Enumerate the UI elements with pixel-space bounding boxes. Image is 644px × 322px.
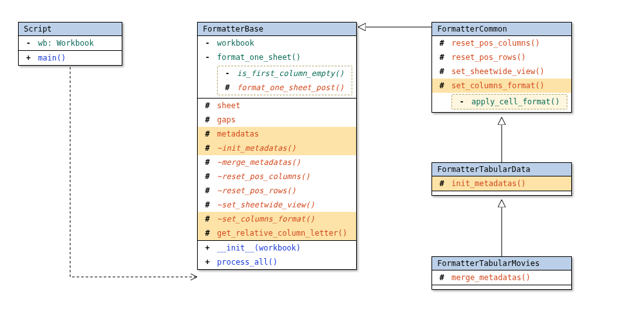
member-init-metadatas: # ~init_metadatas() bbox=[198, 141, 356, 155]
member-is-first-column-empty: - is_first_column_empty() bbox=[218, 66, 352, 80]
visibility-plus-icon: + bbox=[203, 242, 212, 254]
member-label: merge_metadatas() bbox=[451, 272, 566, 283]
visibility-hash-icon: # bbox=[437, 272, 446, 283]
member-merge-metadatas: # merge_metadatas() bbox=[432, 270, 571, 285]
member-label: reset_pos_columns() bbox=[451, 37, 566, 49]
member-reset-pos-columns: # ~reset_pos_columns() bbox=[198, 169, 356, 184]
member-label: apply_cell_format() bbox=[471, 96, 562, 108]
member-label: workbook bbox=[217, 37, 351, 49]
member-label: wb: Workbook bbox=[38, 37, 117, 49]
class-formatterbase: FormatterBase - workbook - format_one_sh… bbox=[197, 22, 357, 270]
member-label: get_relative_column_letter() bbox=[217, 227, 351, 239]
member-label: init_metadatas() bbox=[451, 178, 566, 189]
member-set-sheetwide-view: # set_sheetwide_view() bbox=[432, 64, 571, 79]
visibility-hash-icon: # bbox=[203, 128, 212, 140]
visibility-hash-icon: # bbox=[437, 178, 446, 189]
member-apply-cell-format: - apply_cell_format() bbox=[452, 95, 567, 109]
member-label: __init__(workbook) bbox=[217, 242, 351, 254]
visibility-hash-icon: # bbox=[223, 82, 232, 93]
member-reset-pos-rows: # reset_pos_rows() bbox=[432, 50, 571, 64]
member-init: + __init__(workbook) bbox=[198, 241, 356, 255]
member-label: ~init_metadatas() bbox=[217, 142, 351, 154]
member-label: ~merge_metadatas() bbox=[217, 156, 351, 168]
member-get-relative-column-letter: # get_relative_column_letter() bbox=[198, 226, 356, 240]
visibility-hash-icon: # bbox=[203, 156, 212, 168]
member-label: metadatas bbox=[217, 128, 351, 140]
class-title: FormatterBase bbox=[198, 23, 356, 36]
class-script: Script - wb: Workbook + main() bbox=[18, 22, 122, 66]
visibility-hash-icon: # bbox=[203, 171, 212, 182]
member-label: main() bbox=[38, 52, 117, 64]
class-formattertabulardata: FormatterTabularData # init_metadatas() bbox=[431, 162, 572, 196]
class-title: Script bbox=[19, 23, 122, 36]
member-label: format_one_sheet() bbox=[217, 52, 351, 63]
member-merge-metadatas: # ~merge_metadatas() bbox=[198, 155, 356, 169]
member-gaps: # gaps bbox=[198, 113, 356, 127]
member-format-one-sheet-post: # format_one_sheet_post() bbox=[218, 80, 352, 95]
inner-group-format-one-sheet: - is_first_column_empty() # format_one_s… bbox=[217, 66, 352, 95]
member-label: format_one_sheet_post() bbox=[237, 82, 346, 93]
member-label: ~reset_pos_columns() bbox=[217, 171, 351, 182]
member-workbook: - workbook bbox=[198, 36, 356, 50]
visibility-hash-icon: # bbox=[203, 199, 212, 211]
member-label: ~set_columns_format() bbox=[217, 213, 351, 225]
member-label: process_all() bbox=[217, 256, 351, 268]
dependency-script-to-formatterbase bbox=[70, 67, 197, 277]
member-process-all: + process_all() bbox=[198, 255, 356, 269]
member-label: gaps bbox=[217, 114, 351, 126]
visibility-minus-icon: - bbox=[203, 37, 212, 49]
visibility-plus-icon: + bbox=[24, 52, 33, 64]
class-formattertabularmovies: FormatterTabularMovies # merge_metadatas… bbox=[431, 256, 572, 290]
member-set-columns-format: # set_columns_format() bbox=[432, 79, 571, 93]
visibility-hash-icon: # bbox=[437, 52, 446, 63]
member-label: set_sheetwide_view() bbox=[451, 66, 566, 77]
visibility-hash-icon: # bbox=[203, 142, 212, 154]
visibility-minus-icon: - bbox=[457, 96, 466, 108]
visibility-hash-icon: # bbox=[437, 37, 446, 49]
member-reset-pos-columns: # reset_pos_columns() bbox=[432, 36, 571, 50]
visibility-hash-icon: # bbox=[203, 114, 212, 126]
member-set-columns-format: # ~set_columns_format() bbox=[198, 212, 356, 226]
class-formattercommon: FormatterCommon # reset_pos_columns() # … bbox=[431, 22, 572, 113]
visibility-hash-icon: # bbox=[437, 80, 446, 91]
visibility-hash-icon: # bbox=[203, 185, 212, 196]
visibility-minus-icon: - bbox=[203, 52, 212, 63]
visibility-minus-icon: - bbox=[223, 68, 232, 79]
visibility-hash-icon: # bbox=[203, 213, 212, 225]
member-reset-pos-rows: # ~reset_pos_rows() bbox=[198, 184, 356, 198]
member-label: ~set_sheetwide_view() bbox=[217, 199, 351, 211]
class-title: FormatterTabularData bbox=[432, 163, 571, 176]
class-title: FormatterTabularMovies bbox=[432, 257, 571, 270]
member-metadatas: # metadatas bbox=[198, 127, 356, 141]
class-title: FormatterCommon bbox=[432, 23, 571, 36]
visibility-hash-icon: # bbox=[437, 66, 446, 77]
member-label: ~reset_pos_rows() bbox=[217, 185, 351, 196]
member-wb: - wb: Workbook bbox=[19, 36, 122, 50]
visibility-plus-icon: + bbox=[203, 256, 212, 268]
member-label: set_columns_format() bbox=[451, 80, 566, 91]
member-init-metadatas: # init_metadatas() bbox=[432, 176, 571, 191]
member-format-one-sheet: - format_one_sheet() bbox=[198, 50, 356, 64]
member-label: is_first_column_empty() bbox=[237, 68, 346, 79]
inner-group-apply-cell-format: - apply_cell_format() bbox=[451, 94, 567, 109]
member-label: reset_pos_rows() bbox=[451, 52, 566, 63]
member-label: sheet bbox=[217, 100, 351, 111]
visibility-minus-icon: - bbox=[24, 37, 33, 49]
member-sheet: # sheet bbox=[198, 99, 356, 113]
visibility-hash-icon: # bbox=[203, 227, 212, 239]
member-set-sheetwide-view: # ~set_sheetwide_view() bbox=[198, 198, 356, 212]
member-main: + main() bbox=[19, 51, 122, 65]
visibility-hash-icon: # bbox=[203, 100, 212, 111]
